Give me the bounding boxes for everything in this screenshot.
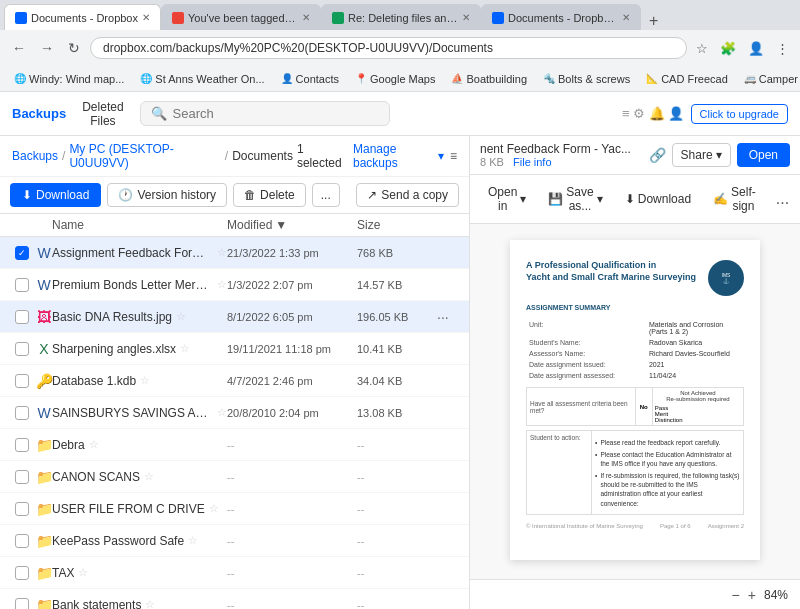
star-icon-3[interactable]: ☆ [180, 342, 190, 355]
tab-email[interactable]: Re: Deleting files and folders t... ✕ [321, 4, 481, 30]
folder-row-2[interactable]: 📁 USER FILE FROM C DRIVE ☆ -- -- [0, 493, 469, 525]
folder-row-5[interactable]: 📁 Bank statements ☆ -- -- [0, 589, 469, 609]
self-sign-button[interactable]: ✍ Self-sign [705, 181, 764, 217]
folder-checkbox-3[interactable] [8, 534, 36, 548]
version-history-button[interactable]: 🕐 Version history [107, 183, 227, 207]
deleted-files-button[interactable]: Deleted Files [74, 96, 131, 132]
reload-button[interactable]: ↻ [64, 36, 84, 60]
folder-star-1[interactable]: ☆ [144, 470, 154, 483]
search-input[interactable] [173, 106, 379, 121]
more-button[interactable]: ... [312, 183, 340, 207]
folder-date-0: -- [227, 439, 357, 451]
extension-button[interactable]: 🧩 [717, 38, 739, 59]
save-as-button[interactable]: 💾 Save as... ▾ [540, 181, 610, 217]
checkbox-1[interactable] [8, 278, 36, 292]
folder-row-3[interactable]: 📁 KeePass Password Safe ☆ -- -- [0, 525, 469, 557]
send-copy-button[interactable]: ↗ Send a copy [356, 183, 459, 207]
bookmark-cad[interactable]: 📐 CAD Freecad [640, 71, 734, 87]
tab-close-0[interactable]: ✕ [142, 12, 150, 23]
open-in-button[interactable]: Open in ▾ [480, 181, 534, 217]
tab-close-1[interactable]: ✕ [302, 12, 310, 23]
bookmark-bolts[interactable]: 🔩 Bolts & screws [537, 71, 636, 87]
folder-star-2[interactable]: ☆ [209, 502, 219, 515]
folder-star-0[interactable]: ☆ [89, 438, 99, 451]
header-modified[interactable]: Modified ▼ [227, 218, 357, 232]
menu-button[interactable]: ⋮ [773, 38, 792, 59]
preview-more-button[interactable]: ... [770, 188, 795, 210]
breadcrumb-pc[interactable]: My PC (DESKTOP-U0UU9VV) [69, 142, 220, 170]
manage-backups-link[interactable]: Manage backups ▾ [353, 142, 444, 170]
back-button[interactable]: ← [8, 36, 30, 60]
checkbox-3[interactable] [8, 342, 36, 356]
forward-button[interactable]: → [36, 36, 58, 60]
delete-button[interactable]: 🗑 Delete [233, 183, 306, 207]
folder-row-1[interactable]: 📁 CANON SCANS ☆ -- -- [0, 461, 469, 493]
list-view-icon[interactable]: ≡ [450, 149, 457, 163]
tab-close-2[interactable]: ✕ [462, 12, 470, 23]
checkbox-2[interactable] [8, 310, 36, 324]
bookmark-windy[interactable]: 🌐 Windy: Wind map... [8, 71, 130, 87]
folder-star-5[interactable]: ☆ [145, 598, 155, 609]
folder-checkbox-2[interactable] [8, 502, 36, 516]
star-icon-5[interactable]: ☆ [217, 406, 227, 419]
chain-link-icon[interactable]: 🔗 [649, 147, 666, 163]
doc-criteria-table: Have all assessment criteria been met? N… [526, 387, 744, 426]
doc-not-achieved: Not AchievedRe-submission required [655, 390, 741, 402]
bookmark-boatbuilding[interactable]: ⛵ Boatbuilding [445, 71, 533, 87]
folder-date-5: -- [227, 599, 357, 610]
file-row-1[interactable]: W Premium Bonds Letter Merge account.doc… [0, 269, 469, 301]
bookmark-camper[interactable]: 🚐 Camper Van [738, 71, 800, 87]
folder-star-4[interactable]: ☆ [78, 566, 88, 579]
star-icon-4[interactable]: ☆ [140, 374, 150, 387]
file-row-2[interactable]: 🖼 Basic DNA Results.jpg ☆ 8/1/2022 6:05 … [0, 301, 469, 333]
header-name[interactable]: Name [52, 218, 227, 232]
new-tab-button[interactable]: + [645, 12, 662, 30]
folder-checkbox-0[interactable] [8, 438, 36, 452]
breadcrumb-backups[interactable]: Backups [12, 149, 58, 163]
download-preview-icon: ⬇ [625, 192, 635, 206]
file-row-5[interactable]: W SAINSBURYS SAVINGS ACCOUNT.docx ☆ 20/8… [0, 397, 469, 429]
folder-checkbox-1[interactable] [8, 470, 36, 484]
bookmark-contacts[interactable]: 👤 Contacts [275, 71, 345, 87]
preview-bottom-bar: − + 84% [470, 579, 800, 609]
bookmark-weather[interactable]: 🌐 St Anns Weather On... [134, 71, 270, 87]
tab-gmail[interactable]: You've been tagged on the Dri... ✕ [161, 4, 321, 30]
search-box[interactable]: 🔍 [140, 101, 390, 126]
folder-star-3[interactable]: ☆ [188, 534, 198, 547]
more-icon-2[interactable]: ··· [437, 309, 461, 325]
file-row-4[interactable]: 🔑 Database 1.kdb ☆ 4/7/2021 2:46 pm 34.0… [0, 365, 469, 397]
backups-link[interactable]: Backups [12, 106, 66, 121]
tab-documents-dropbox[interactable]: Documents - Dropbox ✕ [4, 4, 161, 30]
preview-file-info-link[interactable]: File info [513, 156, 552, 168]
checkbox-4[interactable] [8, 374, 36, 388]
tab-dropbox-backup[interactable]: Documents - Dropbox Backup ✕ [481, 4, 641, 30]
folder-row-0[interactable]: 📁 Debra ☆ -- -- [0, 429, 469, 461]
bookmark-star-button[interactable]: ☆ [693, 38, 711, 59]
checkbox-5[interactable] [8, 406, 36, 420]
nav-icons: ☆ 🧩 👤 ⋮ [693, 38, 792, 59]
download-button[interactable]: ⬇ Download [10, 183, 101, 207]
profile-button[interactable]: 👤 [745, 38, 767, 59]
file-row-0[interactable]: W Assignment Feedback Form...terials and… [0, 237, 469, 269]
upgrade-button[interactable]: Click to upgrade [691, 104, 789, 124]
zoom-in-button[interactable]: + [748, 587, 756, 603]
download-preview-button[interactable]: ⬇ Download [617, 188, 699, 210]
folder-row-4[interactable]: 📁 TAX ☆ -- -- [0, 557, 469, 589]
header-size[interactable]: Size [357, 218, 437, 232]
open-button[interactable]: Open [737, 143, 790, 167]
address-bar[interactable]: dropbox.com/backups/My%20PC%20(DESKTOP-U… [90, 37, 687, 59]
star-icon-2[interactable]: ☆ [176, 310, 186, 323]
folder-checkbox-4[interactable] [8, 566, 36, 580]
star-icon-0[interactable]: ☆ [217, 246, 227, 259]
zoom-out-button[interactable]: − [732, 587, 740, 603]
share-button[interactable]: Share ▾ [672, 143, 731, 167]
bookmark-maps[interactable]: 📍 Google Maps [349, 71, 441, 87]
folder-checkbox-5[interactable] [8, 598, 36, 610]
file-row-3[interactable]: X Sharpening angles.xlsx ☆ 19/11/2021 11… [0, 333, 469, 365]
tab-close-3[interactable]: ✕ [622, 12, 630, 23]
breadcrumb-sep1: / [62, 149, 65, 163]
preview-actions: Open in ▾ 💾 Save as... ▾ ⬇ Download ✍ Se… [470, 175, 800, 224]
checkbox-0[interactable] [8, 246, 36, 260]
save-as-chevron-icon: ▾ [597, 192, 603, 206]
star-icon-1[interactable]: ☆ [217, 278, 227, 291]
